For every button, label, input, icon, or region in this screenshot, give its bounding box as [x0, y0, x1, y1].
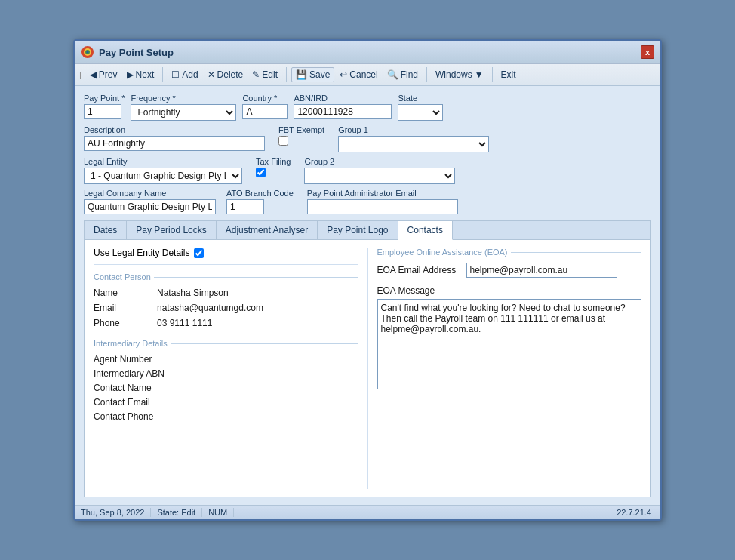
delete-icon: ✕ — [208, 69, 215, 80]
delete-button[interactable]: ✕ Delete — [204, 68, 248, 82]
title-bar-left: Pay Point Setup — [81, 45, 174, 59]
frequency-group: Frequency * Fortnightly Weekly Monthly — [131, 94, 236, 121]
toolbar: | ◀ Prev ▶ Next ☐ Add ✕ Delete ✎ Edit 💾 … — [75, 64, 660, 86]
agent-number-label: Agent Number — [94, 354, 177, 365]
use-legal-row: Use Legal Entity Details — [94, 248, 358, 265]
eoa-email-input[interactable] — [466, 263, 617, 278]
legal-company-input[interactable] — [84, 199, 216, 214]
name-row: Name Natasha Simpson — [94, 288, 358, 298]
admin-email-label: Pay Point Administrator Email — [307, 189, 458, 198]
ato-branch-group: ATO Branch Code — [226, 189, 294, 214]
fbt-group: FBT-Exempt — [278, 125, 324, 146]
group1-select[interactable] — [338, 136, 489, 152]
eoa-message-label: EOA Message — [377, 285, 642, 296]
status-state: State: Edit — [151, 508, 202, 517]
find-button[interactable]: 🔍 Find — [383, 68, 422, 82]
windows-button[interactable]: Windows ▼ — [432, 68, 487, 82]
sep3 — [426, 67, 427, 82]
fbt-checkbox[interactable] — [278, 136, 288, 146]
contact-phone-label: Contact Phone — [94, 411, 177, 422]
country-input[interactable] — [242, 104, 288, 119]
state-select[interactable]: VIC NSW QLD — [398, 104, 443, 121]
contact-phone-row: Contact Phone — [94, 411, 358, 422]
pay-point-group: Pay Point * — [84, 94, 125, 119]
pay-point-input[interactable] — [84, 104, 121, 119]
status-version: 22.7.21.4 — [614, 508, 654, 517]
add-button[interactable]: ☐ Add — [168, 68, 201, 82]
admin-email-input[interactable] — [307, 199, 458, 214]
legal-company-label: Legal Company Name — [84, 189, 216, 198]
eoa-header: Employee Online Assistance (EOA) — [377, 248, 642, 257]
contact-name-row: Contact Name — [94, 383, 358, 393]
contacts-left-column: Use Legal Entity Details Contact Person … — [94, 248, 358, 489]
email-label: Email — [94, 303, 154, 313]
description-input[interactable] — [84, 136, 265, 151]
save-button[interactable]: 💾 Save — [291, 67, 334, 82]
phone-row: Phone 03 9111 1111 — [94, 318, 358, 328]
abn-label: ABN/IRD — [294, 94, 392, 103]
country-group: Country * — [242, 94, 288, 119]
description-group: Description — [84, 125, 265, 151]
prev-icon: ◀ — [90, 69, 97, 80]
edit-icon: ✎ — [252, 69, 260, 80]
eoa-email-row: EOA Email Address — [377, 263, 642, 278]
windows-chevron-icon: ▼ — [475, 69, 484, 80]
tabs-header: Dates Pay Period Locks Adjustment Analys… — [85, 221, 650, 240]
form-row-2: Description FBT-Exempt Group 1 — [84, 125, 651, 152]
use-legal-checkbox[interactable] — [194, 248, 204, 258]
tab-pay-point-logo[interactable]: Pay Point Logo — [318, 221, 398, 239]
form-row-3: Legal Entity 1 - Quantum Graphic Design … — [84, 157, 651, 184]
form-row-1: Pay Point * Frequency * Fortnightly Week… — [84, 94, 651, 121]
tab-pay-period-locks[interactable]: Pay Period Locks — [127, 221, 216, 239]
main-content: Pay Point * Frequency * Fortnightly Week… — [75, 86, 660, 505]
tax-filing-checkbox-wrapper — [256, 168, 291, 177]
add-icon: ☐ — [171, 69, 180, 80]
contacts-tab-content: Use Legal Entity Details Contact Person … — [85, 240, 650, 497]
next-icon: ▶ — [127, 69, 134, 80]
legal-entity-group: Legal Entity 1 - Quantum Graphic Design … — [84, 157, 242, 184]
cancel-icon: ↩ — [340, 69, 347, 80]
statusbar: Thu, Sep 8, 2022 State: Edit NUM 22.7.21… — [75, 505, 660, 519]
cancel-button[interactable]: ↩ Cancel — [336, 68, 381, 82]
save-icon: 💾 — [296, 69, 307, 80]
eoa-message-textarea[interactable]: Can't find what you're looking for? Need… — [377, 299, 642, 389]
group2-select[interactable] — [304, 168, 455, 184]
svg-point-3 — [87, 51, 89, 54]
close-button[interactable]: x — [641, 45, 654, 59]
tab-dates[interactable]: Dates — [85, 221, 127, 239]
legal-entity-select[interactable]: 1 - Quantum Graphic Design Pty Limited — [84, 168, 242, 184]
contact-person-header: Contact Person — [94, 272, 358, 282]
frequency-label: Frequency * — [131, 94, 236, 103]
sep1 — [162, 67, 163, 82]
form-row-4: Legal Company Name ATO Branch Code Pay P… — [84, 189, 651, 214]
admin-email-group: Pay Point Administrator Email — [307, 189, 458, 214]
ato-branch-input[interactable] — [226, 199, 264, 214]
pay-point-label: Pay Point * — [84, 94, 125, 103]
edit-button[interactable]: ✎ Edit — [248, 68, 281, 82]
eoa-email-label: EOA Email Address — [377, 265, 460, 275]
next-button[interactable]: ▶ Next — [123, 68, 158, 82]
phone-label: Phone — [94, 318, 154, 328]
prev-button[interactable]: ◀ Prev — [86, 68, 121, 82]
group1-label: Group 1 — [338, 125, 489, 134]
status-num: NUM — [202, 508, 234, 517]
name-label: Name — [94, 288, 154, 298]
agent-number-row: Agent Number — [94, 354, 358, 365]
description-label: Description — [84, 125, 265, 134]
fbt-checkbox-wrapper — [278, 136, 324, 146]
legal-company-group: Legal Company Name — [84, 189, 216, 214]
tax-filing-checkbox[interactable] — [256, 168, 266, 177]
frequency-select[interactable]: Fortnightly Weekly Monthly — [131, 104, 236, 121]
tab-contacts[interactable]: Contacts — [398, 221, 453, 240]
contact-email-row: Contact Email — [94, 397, 358, 408]
title-bar: Pay Point Setup x — [75, 41, 660, 64]
abn-input[interactable] — [294, 104, 392, 119]
use-legal-label: Use Legal Entity Details — [94, 248, 189, 258]
tabs-container: Dates Pay Period Locks Adjustment Analys… — [84, 220, 651, 497]
intermediary-abn-row: Intermediary ABN — [94, 368, 358, 379]
country-label: Country * — [242, 94, 288, 103]
tab-adjustment-analyser[interactable]: Adjustment Analyser — [217, 221, 318, 239]
exit-button[interactable]: Exit — [497, 68, 520, 82]
abn-group: ABN/IRD — [294, 94, 392, 119]
fbt-label: FBT-Exempt — [278, 125, 324, 134]
